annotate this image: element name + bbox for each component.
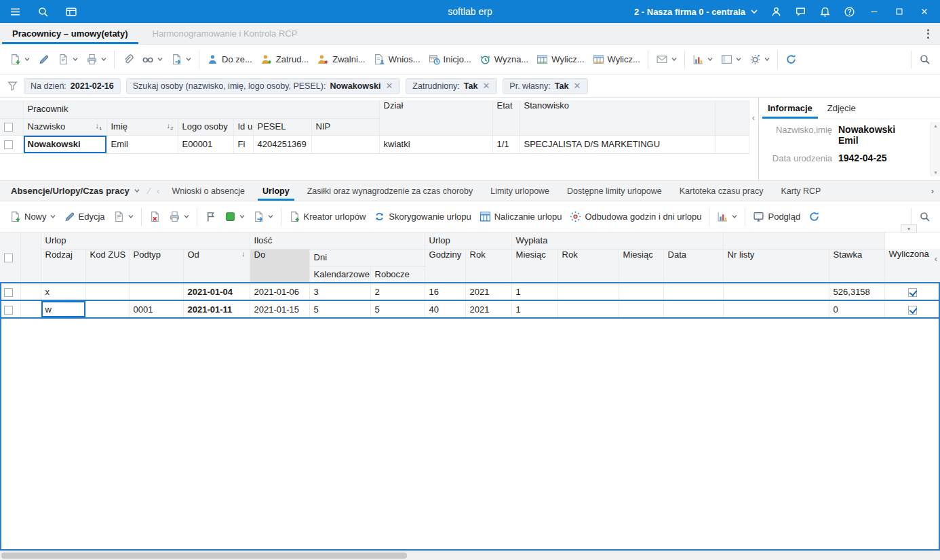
delete-button[interactable] <box>145 207 165 226</box>
skorygowanie-urlopu-button[interactable]: Skorygowanie urlopu <box>370 207 475 226</box>
naliczanie-urlopu-button[interactable]: Naliczanie urlopu <box>475 207 566 226</box>
col-header-etat[interactable]: Etat <box>492 100 520 135</box>
col-header-miesiac[interactable]: Miesiąc <box>511 249 557 283</box>
do-zespolu-button[interactable]: Do ze... <box>203 50 256 68</box>
filter-chip-search[interactable]: Szukaj osoby (nazwisko, imię, logo osoby… <box>126 78 401 94</box>
zatrudnianie-button[interactable]: Zatrud... <box>256 50 313 68</box>
minimize-icon[interactable] <box>868 5 880 18</box>
cell-podtyp[interactable] <box>129 283 183 300</box>
cell-nip[interactable] <box>311 135 379 153</box>
refresh-button[interactable] <box>804 207 824 226</box>
close-icon[interactable]: ✕ <box>572 81 581 91</box>
cell-stawka[interactable]: 0 <box>829 300 884 318</box>
scroll-up-icon[interactable]: ▲ <box>933 123 938 128</box>
maximize-icon[interactable] <box>893 5 905 18</box>
cell-wyliczona[interactable] <box>884 300 940 318</box>
wyliczanie1-button[interactable]: Wylicz... <box>532 50 588 68</box>
collapse-toolbar-button[interactable]: ▾ <box>901 224 917 233</box>
scrollbar-thumb[interactable] <box>1 553 407 559</box>
checkbox[interactable] <box>908 306 917 315</box>
col-header-dzial[interactable]: Dział <box>379 100 492 135</box>
chart-button[interactable] <box>688 50 717 68</box>
cell-kalendarzowe[interactable]: 3 <box>309 283 370 300</box>
col-header-robocze[interactable]: Robocze <box>370 266 425 283</box>
tab-urlopy[interactable]: Urlopy <box>254 181 298 201</box>
refresh-button[interactable] <box>781 50 801 68</box>
checkbox[interactable] <box>908 288 917 297</box>
cell-etat[interactable]: 1/1 <box>492 135 520 153</box>
mail-button[interactable] <box>652 50 681 68</box>
window-close-icon[interactable] <box>918 5 931 18</box>
user-icon[interactable] <box>770 6 782 18</box>
tab-harmonogramowanie[interactable]: Harmonogramowanie i Kontrola RCP <box>140 23 310 44</box>
cell-stanowisko[interactable]: SPECJALISTA D/S MARKETINGU <box>520 135 715 153</box>
export-options-button[interactable] <box>167 50 195 68</box>
cell-rodzaj[interactable]: x <box>41 283 85 300</box>
edit-button[interactable] <box>34 50 54 68</box>
cell-rok[interactable]: 2021 <box>465 300 511 318</box>
new-record-button[interactable] <box>5 50 34 68</box>
row-checkbox[interactable] <box>4 306 13 315</box>
col-header-rok-wyplata[interactable]: Rok <box>557 249 619 283</box>
menu-icon[interactable] <box>9 6 21 18</box>
flag-button[interactable] <box>201 207 220 226</box>
tab-wnioski-o-absencje[interactable]: Wnioski o absencje <box>163 181 254 201</box>
col-header-logo[interactable]: Logo osoby <box>178 118 233 135</box>
scroll-left-icon[interactable]: ‹ <box>751 111 756 124</box>
col-header-nazwisko[interactable]: ↓1Nazwisko <box>23 118 106 135</box>
horizontal-scrollbar[interactable] <box>0 551 940 560</box>
cell-rodzaj[interactable]: w <box>41 300 85 318</box>
cell-do[interactable]: 2021-01-15 <box>250 300 309 318</box>
chart-button[interactable] <box>713 207 741 226</box>
cell-godziny[interactable]: 16 <box>425 283 465 300</box>
col-header-imie[interactable]: ↓2Imię <box>106 118 178 135</box>
cell-robocze[interactable]: 5 <box>370 300 425 318</box>
notifications-icon[interactable] <box>819 6 831 18</box>
scroll-left-icon[interactable]: ‹ <box>933 252 939 265</box>
col-header-rok[interactable]: Rok <box>465 249 511 283</box>
tab-kartoteka-czasu-pracy[interactable]: Kartoteka czasu pracy <box>671 181 772 201</box>
col-header-podtyp[interactable]: Podtyp <box>129 249 183 283</box>
col-header-dni[interactable]: Dni <box>309 249 425 266</box>
close-icon[interactable]: ✕ <box>385 81 393 91</box>
row-checkbox[interactable] <box>4 288 13 297</box>
col-header-wyliczona[interactable]: Wyliczona <box>884 249 940 283</box>
col-header-rodzaj[interactable]: Rodzaj <box>41 249 85 283</box>
tab-informacje[interactable]: Informacje <box>760 98 820 119</box>
col-header-nip[interactable]: NIP <box>311 118 379 135</box>
cell-od[interactable]: 2021-01-04 <box>183 283 250 300</box>
cell-rok[interactable]: 2021 <box>465 283 511 300</box>
section-selector[interactable]: Absencje/Urlopy/Czas pracy <box>5 181 145 201</box>
company-selector[interactable]: 2 - Nasza firma 0 - centrala <box>634 7 758 17</box>
col-header-id[interactable]: Id u <box>233 118 253 135</box>
col-header-kalendarzowe[interactable]: Kalendarzowe <box>309 266 370 283</box>
cell-godziny[interactable]: 40 <box>425 300 465 318</box>
cell-podtyp[interactable]: 0001 <box>129 300 183 318</box>
cell-miesiac-wyplata[interactable] <box>619 283 663 300</box>
col-header-od[interactable]: ↓Od <box>183 249 250 283</box>
cell-miesiac[interactable]: 1 <box>511 300 557 318</box>
cell-nr-listy[interactable] <box>723 283 829 300</box>
cell-od[interactable]: 2021-01-11 <box>183 300 250 318</box>
tab-zdjecie[interactable]: Zdjęcie <box>820 98 863 119</box>
print-button[interactable] <box>165 207 193 226</box>
cell-logo[interactable]: E00001 <box>178 135 233 153</box>
col-header-miesiac-wyplata[interactable]: Miesiąc <box>619 249 663 283</box>
scroll-left-icon[interactable]: ‹ <box>153 186 163 196</box>
zwalnianie-button[interactable]: Zwalni... <box>313 50 369 68</box>
cell-kod-zus[interactable] <box>85 283 129 300</box>
scroll-right-icon[interactable]: › <box>925 186 940 196</box>
col-header-data[interactable]: Data <box>663 249 723 283</box>
close-icon[interactable]: ✕ <box>482 81 490 91</box>
podglad-button[interactable]: Podgląd <box>749 207 804 226</box>
select-all-checkbox[interactable] <box>4 123 13 132</box>
cell-kalendarzowe[interactable]: 5 <box>309 300 370 318</box>
cell-nazwisko[interactable]: Nowakowski <box>23 135 106 153</box>
view-options-button[interactable] <box>138 50 167 68</box>
col-header-nr-listy[interactable]: Nr listy <box>723 249 829 283</box>
status-color-button[interactable] <box>220 207 249 226</box>
filter-icon[interactable] <box>7 80 18 92</box>
chat-icon[interactable] <box>795 6 806 18</box>
kreator-urlopow-button[interactable]: Kreator urlopów <box>285 207 370 226</box>
col-header-do[interactable]: Do <box>250 249 309 283</box>
